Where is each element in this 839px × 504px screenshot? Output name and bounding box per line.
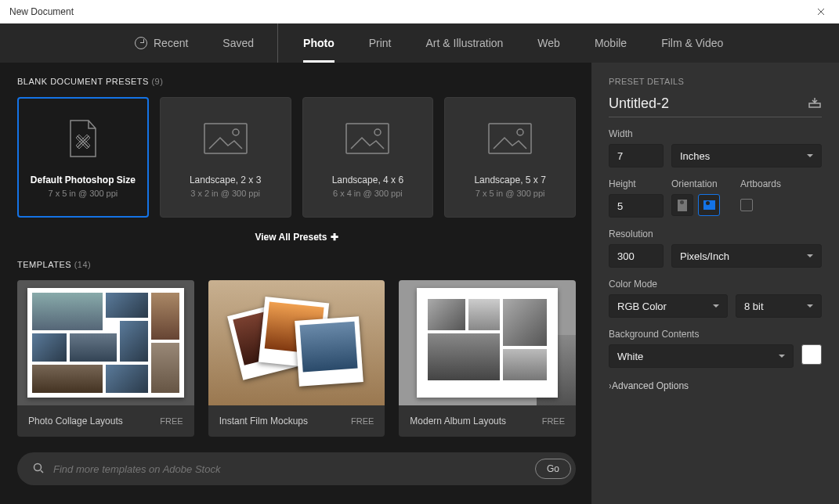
svg-point-1 (233, 129, 239, 135)
svg-point-6 (34, 464, 42, 471)
resolution-unit-select[interactable]: Pixels/Inch (671, 244, 822, 268)
template-modern-album[interactable]: Modern Album Layouts FREE (399, 280, 576, 437)
orientation-portrait-button[interactable] (671, 194, 693, 216)
close-icon[interactable] (809, 4, 833, 20)
tab-photo[interactable]: Photo (286, 23, 352, 63)
template-price: FREE (160, 416, 183, 426)
save-preset-icon[interactable] (808, 97, 822, 110)
template-name: Instant Film Mockups (219, 416, 308, 427)
presets-header: BLANK DOCUMENT PRESETS (9) (17, 77, 576, 86)
titlebar: New Document (0, 0, 839, 23)
svg-point-5 (517, 129, 523, 135)
preset-landscape-5x7[interactable]: Landscape, 5 x 7 7 x 5 in @ 300 ppi (444, 97, 576, 218)
svg-point-3 (374, 129, 381, 135)
image-icon (486, 117, 533, 160)
background-color-swatch[interactable] (801, 344, 822, 365)
svg-rect-2 (346, 124, 389, 153)
tab-print[interactable]: Print (352, 23, 409, 63)
advanced-options-toggle[interactable]: Advanced Options (609, 380, 822, 391)
panel-header: PRESET DETAILS (609, 77, 822, 86)
image-icon (202, 117, 249, 160)
orientation-label: Orientation (671, 178, 720, 189)
template-photo-collage[interactable]: Photo Collage Layouts FREE (17, 280, 194, 437)
plus-icon: ✚ (331, 232, 338, 243)
presets-grid: Default Photoshop Size 7 x 5 in @ 300 pp… (17, 97, 576, 218)
go-button[interactable]: Go (535, 459, 571, 479)
orientation-landscape-button[interactable] (698, 194, 720, 216)
background-label: Background Contents (609, 329, 822, 340)
category-tabs: Recent Saved Photo Print Art & Illustrat… (0, 23, 839, 63)
artboards-label: Artboards (740, 178, 781, 189)
template-thumbnail (399, 280, 576, 405)
window-title: New Document (9, 6, 74, 17)
image-icon (344, 117, 391, 160)
preset-landscape-4x6[interactable]: Landscape, 4 x 6 6 x 4 in @ 300 ppi (302, 97, 434, 218)
color-depth-select[interactable]: 8 bit (736, 294, 822, 318)
width-label: Width (609, 128, 822, 139)
svg-rect-4 (489, 124, 531, 153)
tab-saved[interactable]: Saved (205, 23, 278, 63)
template-thumbnail (17, 280, 194, 405)
template-name: Modern Album Layouts (410, 416, 506, 427)
tab-recent[interactable]: Recent (118, 23, 205, 63)
template-instant-film[interactable]: Instant Film Mockups FREE (208, 280, 385, 437)
template-price: FREE (351, 416, 374, 426)
templates-header: TEMPLATES (14) (17, 260, 576, 269)
tab-web[interactable]: Web (520, 23, 577, 63)
svg-rect-0 (204, 124, 247, 153)
artboards-checkbox[interactable] (740, 199, 753, 211)
height-input[interactable] (609, 194, 664, 218)
tab-art-illustration[interactable]: Art & Illustration (409, 23, 521, 63)
tab-film-video[interactable]: Film & Video (644, 23, 740, 63)
color-mode-label: Color Mode (609, 279, 822, 290)
document-name-input[interactable] (609, 95, 765, 112)
left-panel: BLANK DOCUMENT PRESETS (9) Default Photo… (0, 63, 591, 504)
resolution-label: Resolution (609, 229, 822, 239)
search-input[interactable] (53, 463, 535, 475)
unit-select[interactable]: Inches (671, 144, 822, 167)
search-icon (33, 463, 45, 475)
width-input[interactable] (609, 144, 664, 167)
preset-details-panel: PRESET DETAILS Width Inches Height Orien… (591, 63, 839, 504)
resolution-input[interactable] (609, 244, 664, 268)
template-name: Photo Collage Layouts (28, 416, 123, 427)
background-select[interactable]: White (609, 344, 794, 368)
tab-mobile[interactable]: Mobile (577, 23, 644, 63)
preset-default-photoshop-size[interactable]: Default Photoshop Size 7 x 5 in @ 300 pp… (17, 97, 149, 218)
height-label: Height (609, 178, 664, 189)
stock-search-bar: Go (17, 452, 576, 485)
color-mode-select[interactable]: RGB Color (609, 294, 728, 318)
document-icon (60, 117, 107, 160)
template-thumbnail (208, 280, 385, 405)
templates-grid: Photo Collage Layouts FREE Instant Film … (17, 280, 576, 437)
preset-landscape-2x3[interactable]: Landscape, 2 x 3 3 x 2 in @ 300 ppi (160, 97, 291, 218)
view-all-presets-button[interactable]: View All Presets✚ (17, 232, 576, 243)
template-price: FREE (542, 416, 565, 426)
